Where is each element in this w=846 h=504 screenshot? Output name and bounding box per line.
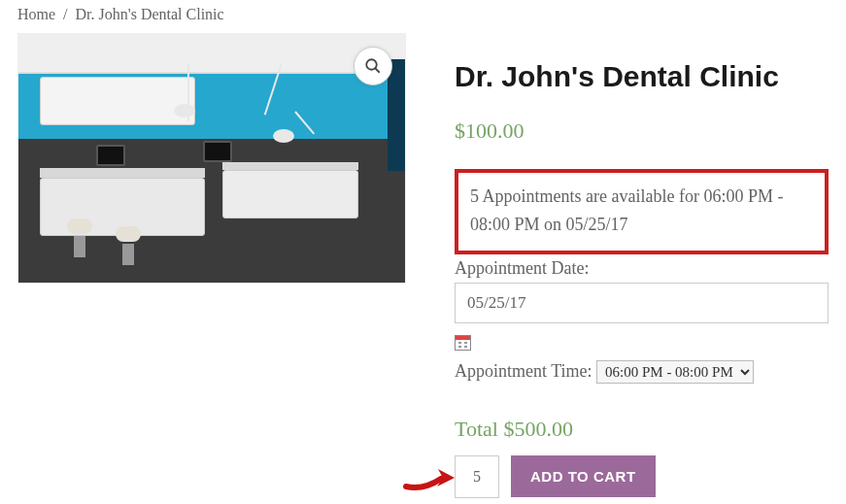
product-price: $100.00 <box>455 118 829 144</box>
breadcrumb-current: Dr. John's Dental Clinic <box>76 6 224 22</box>
svg-marker-2 <box>437 469 455 487</box>
appointment-time-select[interactable]: 06:00 PM - 08:00 PM <box>596 360 754 384</box>
cart-row: ADD TO CART <box>455 455 829 498</box>
total-price: Total $500.00 <box>455 417 829 442</box>
product-title: Dr. John's Dental Clinic <box>455 60 829 93</box>
breadcrumb: Home / Dr. John's Dental Clinic <box>17 0 829 33</box>
svg-point-0 <box>366 59 377 70</box>
annotation-arrow-icon <box>402 463 455 492</box>
breadcrumb-separator: / <box>63 6 67 22</box>
appointment-time-label: Appointment Time: <box>455 361 592 381</box>
appointment-date-input[interactable] <box>455 283 829 323</box>
add-to-cart-button[interactable]: ADD TO CART <box>511 455 656 497</box>
product-image-column <box>17 33 406 284</box>
quantity-input[interactable] <box>455 455 499 498</box>
availability-message: 5 Appointments are available for 06:00 P… <box>455 169 829 254</box>
product-details: Dr. John's Dental Clinic $100.00 5 Appoi… <box>455 33 829 498</box>
appointment-date-label: Appointment Date: <box>455 258 589 279</box>
product-container: Dr. John's Dental Clinic $100.00 5 Appoi… <box>17 33 829 498</box>
zoom-icon[interactable] <box>354 47 392 85</box>
product-image[interactable] <box>17 33 406 284</box>
breadcrumb-home[interactable]: Home <box>17 6 55 22</box>
calendar-icon[interactable] <box>455 335 471 351</box>
svg-line-1 <box>375 68 380 73</box>
